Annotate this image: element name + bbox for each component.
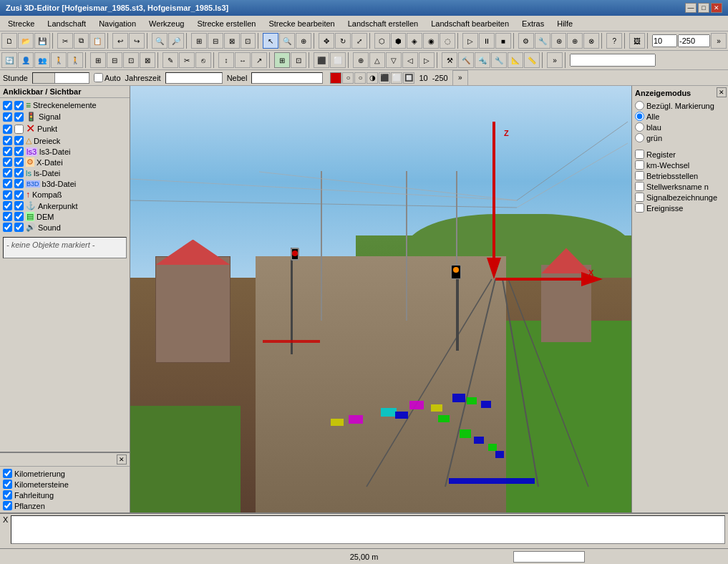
menu-extras[interactable]: Extras (515, 17, 550, 31)
tb2-btn5[interactable]: 🚶 (67, 52, 83, 68)
tb2-btn20[interactable]: △ (369, 52, 385, 68)
check-punkt-anklickbar[interactable] (3, 125, 12, 134)
check-signal-anklickbar[interactable] (3, 112, 12, 122)
tb-undo[interactable]: ↩ (112, 33, 128, 49)
tb-zoom-in[interactable]: 🔍 (152, 33, 168, 49)
auto-checkbox[interactable] (94, 73, 103, 82)
right-panel-close[interactable]: ✕ (717, 87, 727, 97)
tb2-btn22[interactable]: ◁ (402, 52, 418, 68)
tb-btn8[interactable]: ⊡ (241, 33, 256, 49)
tb-move[interactable]: ✥ (319, 33, 334, 49)
cb-ereignisse-input[interactable] (635, 203, 644, 213)
menu-strecke[interactable]: Strecke (1, 17, 41, 31)
tb-new[interactable]: 🗋 (1, 33, 17, 49)
list-item-ankerpunkt[interactable]: ⚓ Ankerpunkt (1, 200, 128, 211)
tb-more[interactable]: » (711, 33, 727, 49)
status-more[interactable]: » (452, 70, 468, 86)
check-ls-sichtbar[interactable] (14, 168, 24, 178)
check-ls3-anklickbar[interactable] (3, 147, 12, 156)
tb2-btn1[interactable]: 🔄 (1, 52, 17, 68)
cb-signalbezeichnung-input[interactable] (635, 193, 644, 202)
tb-btn9[interactable]: ⬡ (374, 33, 390, 49)
tb-btn11[interactable]: ◈ (407, 33, 422, 49)
menu-navigation[interactable]: Navigation (92, 17, 142, 31)
3d-viewport[interactable]: Z X (130, 86, 631, 512)
check-kilometrierung[interactable] (3, 469, 12, 478)
tb-search[interactable]: 🔍 (279, 33, 295, 49)
list-item-dem[interactable]: ▤ DEM (1, 211, 128, 222)
tb-btn15[interactable]: ⏸ (479, 33, 495, 49)
cb-register[interactable]: Register (635, 149, 725, 160)
bottom-input-area[interactable] (11, 515, 725, 544)
close-button[interactable]: ✕ (711, 3, 722, 13)
check-sound-sichtbar[interactable] (14, 223, 24, 232)
auto-checkbox-label[interactable]: Auto (94, 73, 121, 82)
tb-btn13[interactable]: ◌ (440, 33, 455, 49)
tb-redo[interactable]: ↪ (129, 33, 145, 49)
tb-btn7[interactable]: ⊠ (224, 33, 240, 49)
tb2-btn28[interactable]: 📐 (508, 52, 523, 68)
check-sound-anklickbar[interactable] (3, 223, 12, 232)
radio-bezugl-input[interactable] (635, 101, 644, 110)
tb-btn20[interactable]: ⊗ (583, 33, 599, 49)
check-dreieck-sichtbar[interactable] (14, 136, 24, 145)
tb2-btn14[interactable]: ↔ (235, 52, 251, 68)
list-item-fahrleitung[interactable]: Fahrleitung (1, 490, 128, 500)
tb2-btn11[interactable]: ✂ (179, 52, 195, 68)
cb-stellwerksname-input[interactable] (635, 182, 644, 191)
cb-km-wechsel[interactable]: km-Wechsel (635, 160, 725, 170)
tb-zoom-out[interactable]: 🔎 (168, 33, 184, 49)
list-item-punkt[interactable]: ✕ Punkt (1, 122, 128, 135)
minimize-button[interactable]: — (685, 3, 697, 13)
menu-landschaft-erstellen[interactable]: Landschaft erstellen (341, 17, 424, 31)
check-kompas-sichtbar[interactable] (14, 190, 24, 200)
tb2-btn23[interactable]: ▷ (419, 52, 435, 68)
cb-betriebsstellen[interactable]: Betriebsstellen (635, 170, 725, 181)
status-btn4[interactable]: ⬛ (379, 72, 390, 84)
tb2-btn10[interactable]: ✎ (162, 52, 178, 68)
check-ls-anklickbar[interactable] (3, 168, 12, 178)
list-item-xdatei[interactable]: ⚙ X-Datei (1, 157, 128, 167)
check-fahrleitung[interactable] (3, 490, 12, 500)
tb-stop[interactable]: ■ (495, 33, 511, 49)
tb2-btn24[interactable]: ⚒ (442, 52, 457, 68)
tb2-btn15[interactable]: ↗ (251, 52, 267, 68)
status-btn2[interactable]: ○ (354, 72, 366, 84)
check-b3d-sichtbar[interactable] (14, 179, 24, 188)
radio-blau[interactable]: blau (635, 122, 725, 132)
list-item-kompas[interactable]: ↑ Kompaß (1, 189, 128, 200)
status-btn3[interactable]: ◑ (367, 72, 378, 84)
radio-alle[interactable]: Alle (635, 111, 725, 122)
check-b3d-anklickbar[interactable] (3, 179, 12, 188)
tb2-btn3[interactable]: 👥 (34, 52, 50, 68)
menu-landschaft-bearbeiten[interactable]: Landschaft bearbeiten (424, 17, 515, 31)
check-kompas-anklickbar[interactable] (3, 190, 12, 200)
cb-betriebsstellen-input[interactable] (635, 171, 644, 180)
status-btn6[interactable]: 🔲 (403, 72, 414, 84)
tb-btn14[interactable]: ▷ (462, 33, 478, 49)
tb2-btn12[interactable]: ⎋ (195, 52, 211, 68)
list-item-pflanzen[interactable]: Pflanzen (1, 500, 128, 511)
list-item-kilometrierung[interactable]: Kilometrierung (1, 468, 128, 479)
tb-btn12[interactable]: ◉ (423, 33, 439, 49)
check-streckenelemente-anklickbar[interactable] (3, 101, 12, 110)
tb2-btn27[interactable]: 🔧 (491, 52, 507, 68)
list-item-streckenelemente[interactable]: ≡ Streckenelemente (1, 99, 128, 111)
check-ankerpunkt-anklickbar[interactable] (3, 201, 12, 210)
radio-blau-input[interactable] (635, 122, 644, 132)
check-pflanzen[interactable] (3, 501, 12, 510)
tb-save[interactable]: 💾 (34, 33, 50, 49)
tb-help[interactable]: ? (606, 33, 622, 49)
tb2-btn18[interactable]: ⬜ (330, 52, 346, 68)
tb2-btn16[interactable]: ⊡ (291, 52, 306, 68)
tb2-more[interactable]: » (547, 52, 563, 68)
menu-strecke-bearbeiten[interactable]: Strecke bearbeiten (262, 17, 341, 31)
tb2-btn6[interactable]: ⊞ (90, 52, 106, 68)
menu-werkzeug[interactable]: Werkzeug (142, 17, 190, 31)
list-item-sound[interactable]: 🔊 Sound (1, 222, 128, 233)
cb-register-input[interactable] (635, 150, 644, 159)
check-streckenelemente-sichtbar[interactable] (14, 101, 24, 110)
status-btn5[interactable]: ⬜ (391, 72, 402, 84)
tb2-btn25[interactable]: 🔨 (458, 52, 474, 68)
maximize-button[interactable]: □ (698, 3, 709, 13)
